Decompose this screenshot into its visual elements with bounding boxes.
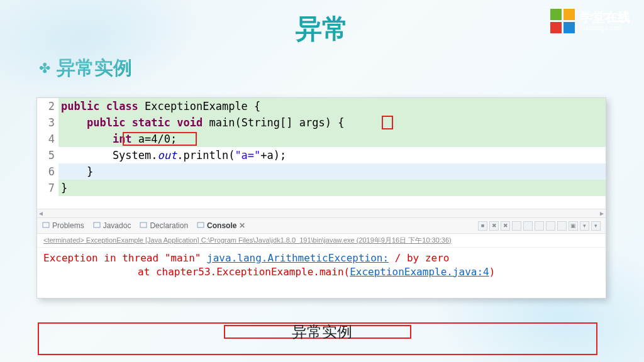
code-content: } — [58, 163, 606, 180]
code-line: 3 public static void main(String[] args)… — [37, 114, 606, 131]
bottom-tabs: ProblemsJavadocDeclarationConsole ✕ ■✖✖▣… — [37, 217, 606, 234]
exc-prefix: Exception in thread "main" — [43, 252, 207, 264]
stack-close: ) — [489, 266, 496, 278]
code-line: 6 } — [37, 163, 606, 180]
tab-label: Problems — [52, 221, 84, 230]
tab-declaration[interactable]: Declaration — [140, 221, 188, 231]
exc-msg: / by zero — [389, 252, 449, 264]
line-number: 2 — [37, 98, 58, 114]
decl-icon — [140, 221, 147, 231]
logo-text-en: xuetangx.com — [580, 24, 630, 31]
code-content: public class ExceptionExample { — [58, 98, 606, 114]
console-status: <terminated> ExceptionExample [Java Appl… — [37, 234, 606, 248]
problems-icon — [42, 221, 50, 231]
horizontal-scrollbar[interactable]: ◄► — [37, 209, 606, 217]
svg-rect-3 — [197, 222, 204, 228]
exc-class-link[interactable]: java.lang.ArithmeticException: — [207, 252, 389, 264]
tab-javadoc[interactable]: Javadoc — [93, 221, 131, 231]
logo-sq-4 — [564, 22, 575, 33]
code-content: } — [58, 180, 606, 196]
logo-sq-2 — [564, 9, 575, 20]
highlight-box-brace — [382, 116, 393, 129]
line-number: 6 — [37, 163, 58, 180]
svg-rect-2 — [140, 222, 147, 228]
line-number: 4 — [37, 131, 58, 147]
tab-console[interactable]: Console ✕ — [197, 221, 245, 231]
svg-rect-0 — [43, 222, 49, 228]
stack-at: at chapter53.ExceptionExample.main( — [138, 266, 350, 278]
code-line: 5 System.out.println("a="+a); — [37, 147, 606, 163]
console-toolbar[interactable]: ■✖✖▣▾▾ — [478, 221, 601, 231]
logo-sq-3 — [550, 22, 562, 33]
logo-squares — [550, 9, 575, 33]
console-icon — [197, 221, 204, 231]
code-line: 7} — [37, 180, 606, 196]
code-content: System.out.println("a="+a); — [58, 147, 606, 163]
tab-label: Javadoc — [103, 221, 131, 230]
close-icon[interactable]: ✕ — [239, 221, 245, 230]
logo-sq-1 — [550, 9, 562, 20]
line-number: 7 — [37, 180, 58, 196]
tab-problems[interactable]: Problems — [42, 221, 84, 231]
slide-caption: 异常实例 — [0, 322, 644, 342]
code-editor: 2public class ExceptionExample {3 public… — [37, 98, 606, 209]
code-content: public static void main(String[] args) { — [58, 114, 606, 131]
logo-text-cn: 学堂在线 — [580, 10, 630, 24]
console-output: Exception in thread "main" java.lang.Ari… — [37, 248, 606, 283]
tab-label: Declaration — [150, 221, 188, 230]
brand-logo: 学堂在线 xuetangx.com — [550, 9, 630, 33]
javadoc-icon — [93, 221, 101, 231]
stack-src-link[interactable]: ExceptionExample.java:4 — [350, 266, 489, 278]
svg-rect-1 — [94, 222, 100, 228]
code-line: 2public class ExceptionExample { — [37, 98, 606, 114]
highlight-box-code — [123, 132, 197, 146]
line-number: 3 — [37, 114, 58, 131]
tab-label: Console — [207, 221, 236, 230]
line-number: 5 — [37, 147, 58, 163]
ide-panel: 2public class ExceptionExample {3 public… — [36, 97, 606, 299]
